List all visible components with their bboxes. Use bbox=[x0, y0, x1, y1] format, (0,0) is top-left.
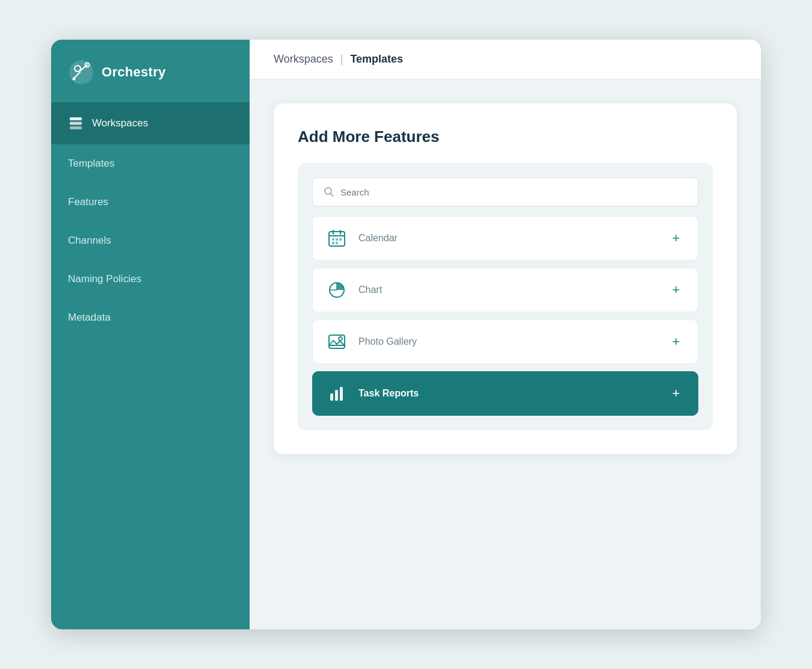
svg-point-6 bbox=[73, 78, 76, 81]
photo-gallery-icon bbox=[326, 331, 348, 353]
add-calendar-button[interactable]: + bbox=[668, 230, 684, 247]
svg-rect-8 bbox=[70, 122, 82, 125]
feature-label-calendar: Calendar bbox=[358, 233, 657, 244]
feature-label-photo-gallery: Photo Gallery bbox=[358, 336, 657, 347]
search-box[interactable] bbox=[312, 177, 698, 206]
svg-rect-9 bbox=[70, 126, 82, 129]
svg-rect-7 bbox=[70, 117, 82, 120]
svg-marker-25 bbox=[329, 341, 345, 345]
sidebar-item-label-channels: Channels bbox=[68, 235, 111, 247]
add-chart-button[interactable]: + bbox=[668, 282, 684, 298]
app-name: Orchestry bbox=[102, 64, 166, 80]
feature-label-task-reports: Task Reports bbox=[358, 388, 657, 399]
sidebar-item-naming-policies[interactable]: Naming Policies bbox=[51, 260, 250, 298]
features-panel: Calendar + Chart bbox=[298, 163, 713, 430]
logo-area: Orchestry bbox=[51, 40, 250, 102]
breadcrumb-separator: | bbox=[340, 53, 343, 66]
sidebar-item-channels[interactable]: Channels bbox=[51, 221, 250, 260]
svg-rect-24 bbox=[329, 335, 345, 348]
svg-rect-18 bbox=[339, 238, 342, 241]
sidebar-item-templates[interactable]: Templates bbox=[51, 144, 250, 183]
chart-icon bbox=[326, 279, 348, 301]
sidebar-nav: Workspaces Templates Features Channels N… bbox=[51, 102, 250, 629]
svg-rect-29 bbox=[335, 390, 338, 401]
workspaces-icon bbox=[68, 116, 84, 131]
sidebar-item-label-workspaces: Workspaces bbox=[92, 117, 148, 129]
sidebar-item-label-metadata: Metadata bbox=[68, 312, 111, 324]
svg-rect-19 bbox=[332, 242, 334, 244]
page-header: Workspaces | Templates bbox=[250, 40, 761, 79]
sidebar-item-label-naming-policies: Naming Policies bbox=[68, 273, 141, 285]
feature-label-chart: Chart bbox=[358, 285, 657, 295]
task-reports-icon bbox=[326, 383, 348, 404]
feature-item-task-reports[interactable]: Task Reports + bbox=[312, 371, 698, 416]
sidebar: Orchestry Workspaces Templates bbox=[51, 40, 250, 629]
svg-rect-30 bbox=[340, 387, 343, 401]
content-area: Add More Features bbox=[250, 79, 761, 629]
svg-point-26 bbox=[339, 337, 342, 341]
add-task-reports-button[interactable]: + bbox=[668, 385, 684, 402]
svg-rect-16 bbox=[332, 238, 334, 241]
card-title: Add More Features bbox=[298, 128, 713, 146]
sidebar-item-label-features: Features bbox=[68, 196, 108, 208]
sidebar-item-workspaces[interactable]: Workspaces bbox=[51, 102, 250, 144]
sidebar-item-label-templates: Templates bbox=[68, 158, 114, 170]
feature-item-calendar[interactable]: Calendar + bbox=[312, 216, 698, 261]
sidebar-item-metadata[interactable]: Metadata bbox=[51, 298, 250, 337]
app-container: Orchestry Workspaces Templates bbox=[51, 40, 761, 629]
svg-line-11 bbox=[331, 194, 334, 197]
add-photo-gallery-button[interactable]: + bbox=[668, 333, 684, 350]
sidebar-item-features[interactable]: Features bbox=[51, 183, 250, 221]
feature-item-photo-gallery[interactable]: Photo Gallery + bbox=[312, 319, 698, 364]
svg-rect-28 bbox=[330, 393, 333, 401]
feature-item-chart[interactable]: Chart + bbox=[312, 268, 698, 312]
orchestry-logo-icon bbox=[68, 59, 94, 85]
search-icon bbox=[324, 187, 334, 197]
breadcrumb-current: Templates bbox=[350, 53, 403, 66]
svg-rect-20 bbox=[336, 242, 338, 244]
search-input[interactable] bbox=[340, 187, 687, 197]
calendar-icon bbox=[326, 227, 348, 249]
breadcrumb-workspaces[interactable]: Workspaces bbox=[274, 53, 333, 66]
svg-rect-17 bbox=[336, 238, 338, 241]
main-content: Workspaces | Templates Add More Features bbox=[250, 40, 761, 629]
add-features-card: Add More Features bbox=[274, 103, 737, 454]
